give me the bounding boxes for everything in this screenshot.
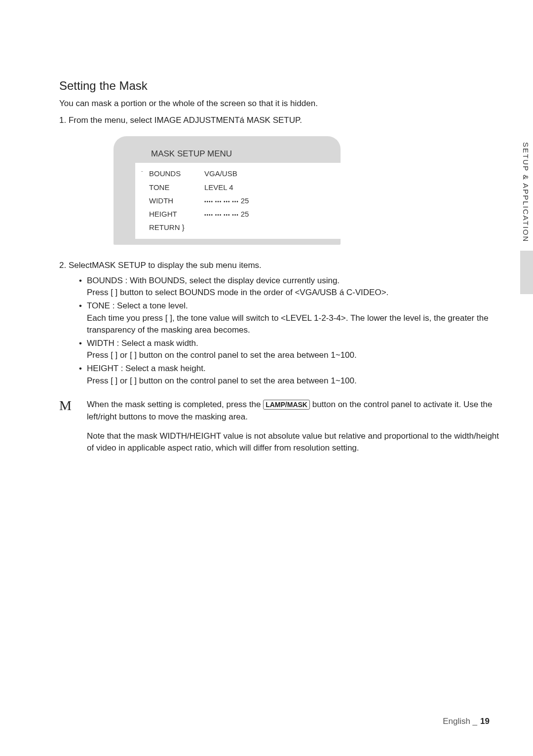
menu-inner: ¨ BOUNDS VGA/USB TONE LEVEL 4 WIDTH ••••… (135, 163, 341, 239)
bullet-height: HEIGHT : Select a mask height. Press [ ]… (79, 363, 503, 387)
manual-page: Setting the Mask You can mask a portion … (0, 0, 533, 756)
side-chapter-label: SETUP & APPLICATION (522, 142, 530, 242)
bullet-text: HEIGHT : Select a mask height. (87, 364, 206, 373)
menu-value: •••• ••• ••• ••• 25 (204, 196, 341, 205)
menu-title: MASK SETUP MENU (114, 146, 341, 163)
menu-label: BOUNDS (149, 169, 204, 178)
menu-row-bounds: ¨ BOUNDS VGA/USB (135, 167, 341, 181)
menu-label: WIDTH (149, 196, 204, 205)
menu-value-num: 25 (241, 210, 249, 218)
note-text: When the mask setting is completed, pres… (87, 400, 263, 409)
step-1: 1. From the menu, select IMAGE ADJUSTMEN… (59, 115, 503, 125)
menu-row-width: WIDTH •••• ••• ••• ••• 25 (135, 194, 341, 207)
bullet-text: TONE : Select a tone level. (87, 301, 188, 310)
bullet-text: Press [ ] or [ ] button on the control p… (87, 375, 503, 387)
slider-dots-icon: •••• ••• ••• ••• (204, 212, 241, 218)
menu-label: HEIGHT (149, 210, 204, 218)
menu-value: •••• ••• ••• ••• 25 (204, 210, 341, 218)
bullet-text: BOUNDS : With BOUNDS, select the display… (87, 276, 340, 285)
step-2-bullets: BOUNDS : With BOUNDS, select the display… (79, 275, 503, 387)
step-2-block: 2. SelectMASK SETUP to display the sub m… (59, 260, 503, 387)
slider-dots-icon: •••• ••• ••• ••• (204, 199, 241, 204)
section-heading: Setting the Mask (59, 79, 503, 93)
step-2-lead: 2. SelectMASK SETUP to display the sub m… (59, 260, 503, 272)
note-line-2: Note that the mask WIDTH/HEIGHT value is… (87, 430, 503, 454)
page-footer: English _19 (443, 717, 490, 726)
menu-value-num: 25 (241, 196, 249, 205)
note-block: M When the mask setting is completed, pr… (59, 399, 503, 454)
bullet-text: Press [ ] or [ ] button on the control p… (87, 349, 503, 362)
bullet-width: WIDTH : Select a mask width. Press [ ] o… (79, 338, 503, 362)
intro-text: You can mask a portion or the whole of t… (59, 99, 503, 109)
bullet-text: Press [ ] button to select BOUNDS mode i… (87, 287, 503, 299)
menu-caret-icon: ¨ (135, 169, 149, 178)
footer-language: English _ (443, 717, 477, 726)
menu-value: VGA/USB (204, 169, 341, 178)
menu-row-tone: TONE LEVEL 4 (135, 181, 341, 194)
note-body: When the mask setting is completed, pres… (87, 399, 503, 454)
mask-setup-menu-panel: MASK SETUP MENU ¨ BOUNDS VGA/USB TONE LE… (114, 136, 341, 245)
bullet-text: WIDTH : Select a mask width. (87, 339, 198, 348)
bullet-bounds: BOUNDS : With BOUNDS, select the display… (79, 275, 503, 299)
bullet-text: Each time you press [ ], the tone value … (87, 312, 503, 337)
menu-label: RETURN } (149, 223, 204, 231)
menu-row-return: RETURN } (135, 221, 341, 234)
note-line-1: When the mask setting is completed, pres… (87, 399, 503, 423)
note-m-icon: M (59, 399, 87, 413)
menu-row-height: HEIGHT •••• ••• ••• ••• 25 (135, 207, 341, 221)
menu-label: TONE (149, 183, 204, 191)
side-chapter-tab: SETUP & APPLICATION (520, 136, 533, 294)
menu-value: LEVEL 4 (204, 183, 341, 191)
bullet-tone: TONE : Select a tone level. Each time yo… (79, 300, 503, 337)
footer-page-number: 19 (480, 717, 490, 726)
lamp-mask-key-icon: LAMP/MASK (263, 400, 310, 410)
